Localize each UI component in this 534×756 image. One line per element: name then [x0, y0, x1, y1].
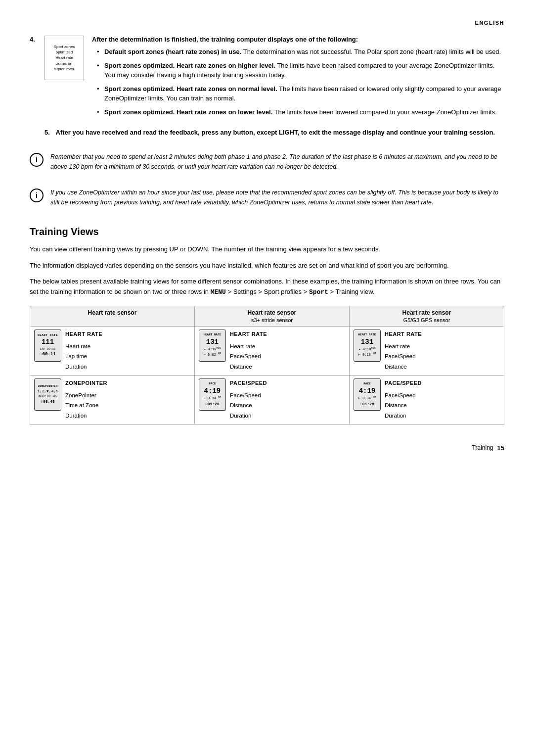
mini-val-1-2: 131: [206, 337, 219, 347]
col-subheader-2: s3+ stride sensor: [199, 317, 345, 323]
mini-sub1-2-1: ⊕00:08 45: [39, 394, 57, 399]
cell-item-2-3-3: Duration: [385, 411, 422, 421]
mini-sub1-1-3: ✦ 4:19MIN: [358, 347, 375, 352]
mini-sub2-1-2: ⊢ 0:02 KM: [204, 352, 221, 358]
mini-sub1-1-1: LAP 00:11: [40, 347, 55, 351]
page-header: ENGLISH: [30, 20, 504, 26]
cell-item-1-3-1: Heart rate: [385, 341, 422, 352]
cell-item-2-3-1: Pace/Speed: [385, 390, 422, 401]
info-box-2: i If you use ZoneOptimizer within an hou…: [30, 184, 504, 211]
device-cell-2-2: PACE 4:19 ⊢ 0.34 KM ☉01:28 PACE/SPEED Pa…: [199, 378, 345, 421]
step-4-bullets: Default sport zones (heart rate zones) i…: [92, 47, 504, 117]
bullet-4: Sport zones optimized. Heart rate zones …: [97, 107, 504, 117]
cell-labels-2-1: ZONEPOINTER ZonePointer Time at Zone Dur…: [65, 378, 107, 421]
section-para1: You can view different training views by…: [30, 244, 504, 255]
bullet-3: Sport zones optimized. Heart rate zones …: [97, 84, 504, 103]
table-row-1: HEART RATE 111 LAP 00:11 ☉00:11 HEART RA…: [30, 326, 504, 375]
mini-val-2-3: 4:19: [359, 386, 376, 396]
mini-sub1-2-2: ⊢ 0.34 KM: [204, 396, 221, 401]
cell-item-2-1-1: ZonePointer: [65, 390, 107, 401]
mini-val-2-2: 4:19: [204, 386, 221, 396]
info-box-1: i Remember that you need to spend at lea…: [30, 148, 504, 176]
cell-item-1-3-3: Distance: [385, 362, 422, 372]
mini-label-2-3: PACE: [363, 382, 370, 386]
step-5-number: 5.: [44, 129, 50, 136]
col-header-3: Heart rate sensor G5/G3 GPS sensor: [349, 306, 504, 326]
mini-label-1-3: HEART RATE: [358, 333, 376, 337]
device-cell-1-1: HEART RATE 111 LAP 00:11 ☉00:11 HEART RA…: [34, 330, 190, 372]
step-5-row: 5. After you have received and read the …: [44, 128, 504, 138]
cell-labels-2-2: PACE/SPEED Pace/Speed Distance Duration: [230, 378, 267, 421]
bullet-2-bold: Sport zones optimized. Heart rate zones …: [104, 62, 275, 69]
table-cell-1-1: HEART RATE 111 LAP 00:11 ☉00:11 HEART RA…: [30, 326, 195, 375]
bullet-1-text: The determination was not successful. Th…: [241, 48, 501, 55]
para3-end: > Training view.: [328, 288, 375, 295]
row-label-2-2: PACE/SPEED: [230, 378, 267, 388]
step-4-title: After the determination is finished, the…: [92, 36, 504, 43]
para3-mid: > Settings > Sport profiles >: [226, 288, 309, 295]
cell-item-1-1-1: Heart rate: [65, 341, 102, 352]
table-row-2: ZONEPOINTER 1,2,♥,4,5 ⊕00:08 45 ☉08:45 Z…: [30, 375, 504, 424]
cell-item-2-1-2: Time at Zone: [65, 400, 107, 411]
table-cell-2-3: PACE 4:19 ⊢ 0.34 KM ☉01:28 PACE/SPEED Pa…: [349, 375, 504, 424]
cell-item-2-2-1: Pace/Speed: [230, 390, 267, 401]
mini-sub2-2-3: ☉01:28: [360, 401, 374, 407]
bullet-4-text: The limits have been lowered compared to…: [272, 108, 497, 116]
mini-sub2-2-1: ☉08:45: [41, 399, 55, 404]
table-cell-1-2: HEART RATE 131 ✦ 4:19MIN ⊢ 0:02 KM HEART…: [194, 326, 349, 375]
table-cell-2-2: PACE 4:19 ⊢ 0.34 KM ☉01:28 PACE/SPEED Pa…: [194, 375, 349, 424]
footer: Training 15: [30, 444, 504, 452]
table-cell-2-1: ZONEPOINTER 1,2,♥,4,5 ⊕00:08 45 ☉08:45 Z…: [30, 375, 195, 424]
mini-sub2-2-2: ☉01:28: [205, 401, 220, 407]
para3-sport: Sport: [309, 288, 328, 296]
cell-labels-1-1: HEART RATE Heart rate Lap time Duration: [65, 330, 102, 372]
table-cell-1-3: HEART RATE 131 ✦ 4:19MIN ⊢ 0:18 KM HEART…: [349, 326, 504, 375]
mini-val-1-1: 111: [42, 337, 54, 347]
bullet-3-bold: Sport zones optimized. Heart rate zones …: [104, 85, 277, 93]
mini-label-1-1: HEART RATE: [38, 333, 58, 337]
cell-item-2-2-2: Distance: [230, 400, 267, 411]
device-image-label: Sport zones optimized Heart rate zones o…: [53, 44, 75, 72]
row-label-1-2: HEART RATE: [230, 330, 267, 339]
info-text-2: If you use ZoneOptimizer within an hour …: [50, 188, 504, 207]
mini-label-2-2: PACE: [209, 382, 216, 386]
device-cell-1-2: HEART RATE 131 ✦ 4:19MIN ⊢ 0:02 KM HEART…: [199, 330, 345, 372]
section-para2: The information displayed varies dependi…: [30, 261, 504, 271]
device-cell-2-1: ZONEPOINTER 1,2,♥,4,5 ⊕00:08 45 ☉08:45 Z…: [34, 378, 190, 421]
row-label-2-3: PACE/SPEED: [385, 378, 422, 388]
step-5-text: After you have received and read the fee…: [55, 129, 495, 136]
mini-screen-1-3: HEART RATE 131 ✦ 4:19MIN ⊢ 0:18 KM: [354, 330, 381, 362]
section-heading: Training Views: [30, 226, 504, 237]
page-number: 15: [497, 444, 504, 452]
mini-label-2-1: ZONEPOINTER: [38, 384, 58, 388]
info-icon-letter-2: i: [36, 191, 38, 199]
para3-menu: MENU: [211, 288, 226, 296]
bullet-1-bold: Default sport zones (heart rate zones) i…: [104, 48, 241, 55]
mini-sub1-2-3: ⊢ 0.34 KM: [358, 396, 376, 401]
col-header-3-text: Heart rate sensor: [354, 309, 500, 316]
cell-item-1-3-2: Pace/Speed: [385, 351, 422, 362]
col-header-2: Heart rate sensor s3+ stride sensor: [194, 306, 349, 326]
bullet-1: Default sport zones (heart rate zones) i…: [97, 47, 504, 57]
cell-labels-1-3: HEART RATE Heart rate Pace/Speed Distanc…: [385, 330, 422, 372]
row-label-1-1: HEART RATE: [65, 330, 102, 339]
step-4-content: After the determination is finished, the…: [92, 36, 504, 121]
device-image-step4: Sport zones optimized Heart rate zones o…: [44, 36, 84, 80]
mini-screen-2-1: ZONEPOINTER 1,2,♥,4,5 ⊕00:08 45 ☉08:45: [34, 378, 61, 411]
language-label: ENGLISH: [475, 20, 504, 26]
bullet-2: Sport zones optimized. Heart rate zones …: [97, 61, 504, 80]
mini-screen-2-3: PACE 4:19 ⊢ 0.34 KM ☉01:28: [354, 378, 381, 411]
cell-labels-2-3: PACE/SPEED Pace/Speed Distance Duration: [385, 378, 422, 421]
mini-sub2-1-1: ☉00:11: [40, 351, 55, 358]
step-4-number: 4.: [30, 36, 44, 43]
col-header-2-text: Heart rate sensor: [199, 309, 345, 316]
mini-val-1-3: 131: [361, 337, 373, 347]
info-icon-2: i: [30, 189, 44, 202]
cell-labels-1-2: HEART RATE Heart rate Pace/Speed Distanc…: [230, 330, 267, 372]
mini-val-2-1: 1,2,♥,4,5: [37, 388, 58, 394]
row-label-1-3: HEART RATE: [385, 330, 422, 339]
cell-item-2-1-3: Duration: [65, 411, 107, 421]
mini-sub2-1-3: ⊢ 0:18 KM: [358, 352, 376, 358]
info-icon-1: i: [30, 153, 44, 167]
cell-item-1-2-3: Distance: [230, 362, 267, 372]
